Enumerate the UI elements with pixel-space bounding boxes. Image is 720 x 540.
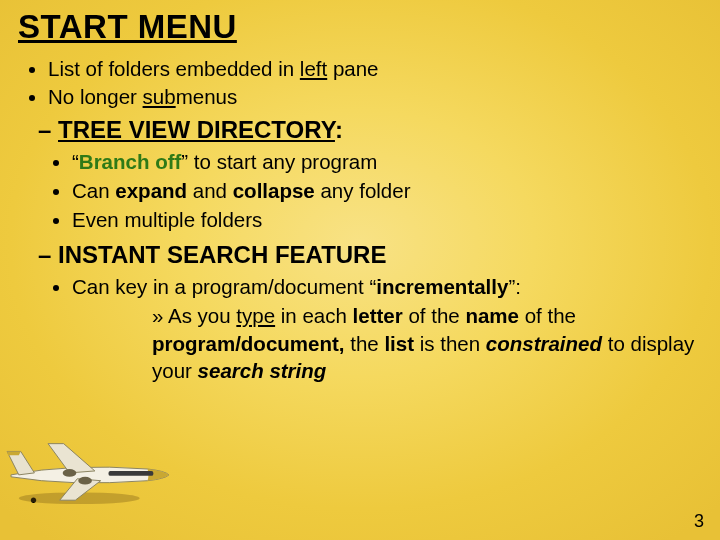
dash: –	[38, 116, 58, 143]
text-bold-italic: search string	[198, 359, 327, 382]
text: and	[187, 179, 233, 202]
text-underline: left	[300, 57, 327, 80]
bullet-item: Can expand and collapse any folder	[72, 177, 702, 204]
inner-bullets: “Branch off” to start any program Can ex…	[38, 148, 702, 233]
section-heading: – TREE VIEW DIRECTORY:	[38, 116, 343, 143]
section-heading: – INSTANT SEARCH FEATURE	[38, 241, 386, 268]
inner-bullets: Can key in a program/document “increment…	[38, 273, 702, 383]
bullet-item: Can key in a program/document “increment…	[72, 273, 702, 383]
text-underline: sub	[143, 85, 176, 108]
bullet-item: List of folders embedded in left pane	[48, 56, 702, 83]
page-number: 3	[694, 511, 704, 532]
text-bold: name	[465, 304, 519, 327]
sub-section: – INSTANT SEARCH FEATURE Can key in a pr…	[38, 241, 702, 383]
text: in each	[275, 304, 353, 327]
sub-sub-item: » As you type in each letter of the name…	[152, 302, 702, 383]
bullet-item: Even multiple folders	[72, 206, 702, 233]
text: menus	[176, 85, 238, 108]
text: of the	[519, 304, 576, 327]
text-bold: program/document	[152, 332, 339, 355]
text: Can key in a program/document “	[72, 275, 376, 298]
sub-section: – TREE VIEW DIRECTORY: “Branch off” to s…	[38, 116, 702, 233]
bullet-list-main: List of folders embedded in left pane No…	[18, 56, 702, 110]
svg-rect-3	[109, 471, 154, 476]
text: List of folders embedded in	[48, 57, 300, 80]
text: ”:	[508, 275, 521, 298]
sub-sub-list: » As you type in each letter of the name…	[72, 302, 702, 383]
slide-title: START MENU	[18, 8, 702, 46]
text-bold: incrementally	[376, 275, 508, 298]
bullet-item: No longer submenus	[48, 84, 702, 111]
text: As you	[168, 304, 236, 327]
text-bold: expand	[115, 179, 187, 202]
text: the	[345, 332, 385, 355]
airplane-icon	[0, 430, 178, 508]
text: is then	[414, 332, 486, 355]
sub-section-list: – TREE VIEW DIRECTORY: “Branch off” to s…	[18, 116, 702, 383]
svg-point-1	[63, 469, 77, 477]
text: Can	[72, 179, 115, 202]
slide: START MENU List of folders embedded in l…	[0, 0, 720, 384]
text-bold: list	[384, 332, 414, 355]
text-underline: type	[236, 304, 275, 327]
dash: –	[38, 241, 58, 268]
quote: “	[72, 150, 79, 173]
heading-text: TREE VIEW DIRECTORY	[58, 116, 335, 143]
text: pane	[327, 57, 378, 80]
text-bold: collapse	[233, 179, 315, 202]
marker: »	[152, 304, 168, 327]
text: of the	[403, 304, 466, 327]
text: ” to start any program	[181, 150, 377, 173]
text-bold: letter	[353, 304, 403, 327]
text-emphasis-green: Branch off	[79, 150, 182, 173]
text: No longer	[48, 85, 143, 108]
svg-point-2	[78, 477, 92, 485]
text: any folder	[315, 179, 411, 202]
bullet-item: “Branch off” to start any program	[72, 148, 702, 175]
text-bold-italic: constrained	[486, 332, 602, 355]
colon: :	[335, 116, 343, 143]
heading-text: INSTANT SEARCH FEATURE	[58, 241, 386, 268]
